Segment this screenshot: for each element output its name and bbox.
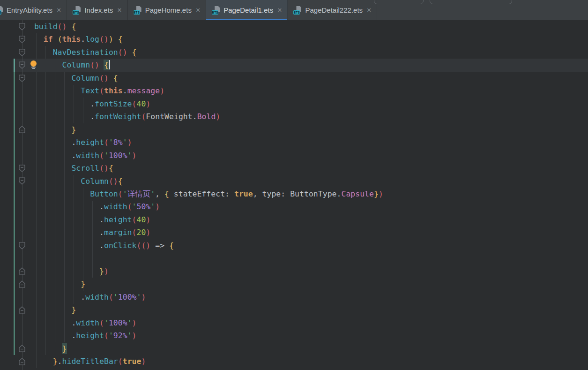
code-token: . (99, 202, 104, 211)
code-indent (30, 99, 90, 108)
code-token: () (109, 177, 118, 186)
code-token: . (99, 241, 104, 250)
code-line[interactable]: .width('50%') (30, 200, 160, 213)
code-line[interactable]: } (30, 278, 85, 290)
code-token: Scroll (71, 164, 99, 173)
code-token: (() (137, 241, 151, 250)
code-token: { (104, 60, 109, 70)
code-line[interactable]: }) (30, 265, 109, 278)
code-token: margin (104, 228, 132, 237)
code-line[interactable]: Column() { (30, 59, 110, 71)
code-token: . (58, 357, 62, 366)
code-token: , type: ButtonType. (253, 189, 342, 198)
code-token: ( (99, 151, 104, 160)
code-line[interactable]: Text(this.message) (30, 84, 164, 97)
code-line[interactable]: Column(){ (30, 175, 123, 188)
editor-tab[interactable]: ETSPageHome.ets× (128, 0, 207, 20)
code-indent (30, 22, 34, 31)
tab-close-icon[interactable]: × (367, 7, 371, 14)
code-token: 100% (118, 293, 137, 302)
code-line[interactable]: Scroll(){ (30, 162, 113, 174)
code-token: this (104, 86, 123, 95)
code-token: ( (104, 138, 109, 147)
code-indent (30, 305, 71, 314)
code-token: height (76, 331, 104, 340)
code-token: ' (123, 189, 127, 198)
code-indent (30, 202, 99, 211)
code-line[interactable]: } (30, 123, 76, 136)
code-indent (30, 331, 71, 340)
device-selector-widget-outline[interactable] (430, 0, 512, 4)
code-token: ) (132, 331, 137, 340)
code-indent (30, 60, 62, 69)
code-token: ) (160, 86, 164, 95)
run-config-widget-outline[interactable] (374, 0, 424, 4)
code-line[interactable]: .fontSize(40) (30, 98, 150, 110)
code-token: . (99, 228, 104, 237)
code-line[interactable]: Button('详情页', { stateEffect: true, type:… (30, 188, 383, 200)
code-token: log (85, 35, 99, 44)
code-token: { (71, 22, 76, 31)
code-token: build (34, 22, 58, 31)
code-editor[interactable]: build() { if (this.log()) { NavDestinati… (0, 20, 588, 370)
ets-badge: ETS (73, 10, 79, 15)
code-line[interactable]: .width('100%') (30, 291, 146, 303)
tab-label: PageDetail222.ets (305, 6, 363, 14)
code-token: Column (62, 60, 90, 69)
code-token: ( (132, 215, 137, 224)
code-line[interactable]: Column() { (30, 72, 118, 84)
tab-close-icon[interactable]: × (277, 7, 282, 14)
code-line[interactable]: NavDestination() { (30, 46, 137, 59)
code-token: width (76, 318, 99, 327)
code-line[interactable]: } (30, 303, 76, 316)
code-token: ( (118, 189, 123, 198)
code-line[interactable]: build() { (30, 20, 76, 33)
code-indent (30, 86, 81, 95)
code-token (109, 74, 113, 83)
ide-toolbar: ETSEntryAbility.ets×ETSIndex.ets×ETSPage… (0, 0, 588, 21)
code-token: . (71, 331, 76, 340)
code-line[interactable]: .margin(20) (30, 226, 150, 239)
code-line[interactable]: .height(40) (30, 213, 150, 226)
code-line[interactable]: .width('100%') (30, 317, 137, 329)
code-line[interactable]: } (30, 342, 67, 355)
ets-file-icon: ETS (293, 6, 302, 15)
ets-badge: ETS (293, 10, 300, 15)
code-token: if (44, 35, 53, 44)
code-line[interactable]: .onClick(() => { (30, 239, 174, 252)
editor-tab[interactable]: ETSEntryAbility.ets× (0, 0, 67, 20)
code-token: fontSize (95, 99, 132, 108)
code-token: ( (127, 202, 132, 211)
code-token: { (169, 241, 174, 250)
code-token: () (99, 164, 109, 173)
code-line[interactable]: .height('8%') (30, 136, 132, 149)
code-token: . (90, 112, 95, 121)
code-token: ( (58, 35, 62, 44)
tab-close-icon[interactable]: × (57, 7, 61, 14)
code-token: ( (99, 86, 104, 95)
code-indent (30, 318, 71, 327)
code-line[interactable]: .width('100%') (30, 149, 137, 162)
code-token: ' (150, 189, 155, 198)
code-token: ) (132, 318, 137, 327)
editor-tab[interactable]: ETSPageDetail222.ets× (288, 0, 377, 20)
code-token: . (81, 293, 85, 302)
code-line[interactable]: if (this.log()) { (30, 33, 123, 45)
editor-tab[interactable]: ETSIndex.ets× (67, 0, 127, 20)
code-indent (30, 48, 53, 57)
code-line[interactable]: }.hideTitleBar(true) (30, 355, 146, 368)
tab-close-icon[interactable]: × (117, 7, 121, 14)
tab-close-icon[interactable]: × (196, 7, 200, 14)
code-line[interactable]: .fontWeight(FontWeight.Bold) (30, 110, 220, 123)
code-token: true (123, 357, 141, 366)
code-token: Button (90, 189, 118, 198)
code-token: ) (146, 215, 150, 224)
code-token: . (81, 35, 85, 44)
editor-tab[interactable]: ETSPageDetail1.ets× (206, 0, 288, 20)
code-line[interactable]: .height('92%') (30, 329, 137, 342)
code-area[interactable]: build() { if (this.log()) { NavDestinati… (0, 20, 588, 370)
code-token: Capsule (341, 189, 374, 198)
code-token: { (118, 177, 123, 186)
code-token: ) (216, 112, 220, 121)
code-token: ' (113, 293, 118, 302)
